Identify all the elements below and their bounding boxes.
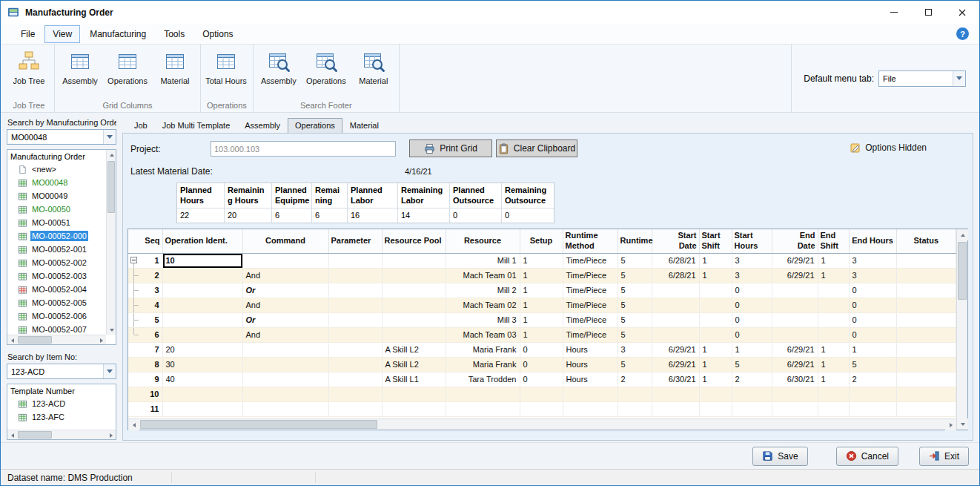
grid-cell-res[interactable]: Mach Team 03 <box>446 327 520 342</box>
grid-cell-sd[interactable]: 6/29/21 <box>652 342 699 357</box>
grid-cell-ed[interactable]: 6/29/21 <box>772 342 818 357</box>
grid-cell-eh[interactable] <box>849 387 896 401</box>
tree-item-mo-00052-005[interactable]: MO-00052-005 <box>7 296 106 309</box>
grid-cell-status[interactable] <box>896 401 956 416</box>
grid-cell-sh[interactable] <box>732 387 772 401</box>
grid-cell-rtm[interactable]: Time/Piece <box>563 327 618 342</box>
tree-item-123-acd[interactable]: 123-ACD <box>7 397 116 410</box>
close-button[interactable] <box>945 1 979 24</box>
grid-cell-sd[interactable] <box>652 401 699 416</box>
grid-cell-es[interactable] <box>818 387 849 401</box>
grid-cell-sh[interactable]: 3 <box>732 268 772 283</box>
grid-cell-ed[interactable] <box>772 312 818 327</box>
grid-cell-setup[interactable]: 0 <box>520 342 563 357</box>
grid-cell-rt[interactable] <box>618 401 652 416</box>
grid-cell-res[interactable]: Mill 3 <box>446 312 520 327</box>
grid-cell-ed[interactable]: 6/30/21 <box>772 372 818 387</box>
tree-item-mo-00052-000[interactable]: MO-00052-000 <box>7 229 106 243</box>
grid-cell-eh[interactable]: 0 <box>849 312 896 327</box>
grid-cell-res[interactable]: Mill 1 <box>446 253 520 268</box>
grid-cell-ed[interactable] <box>772 327 818 342</box>
grid-cell-sd[interactable]: 6/28/21 <box>652 253 699 268</box>
scroll-up-button[interactable] <box>957 229 968 240</box>
scroll-track[interactable] <box>139 419 945 430</box>
grid-cell-op[interactable]: 30 <box>162 357 242 372</box>
menu-item-tools[interactable]: Tools <box>156 25 193 43</box>
search-item-combobox[interactable]: 123-ACD <box>7 364 116 379</box>
cancel-button[interactable]: Cancel <box>836 447 898 466</box>
vertical-scroll-thumb[interactable] <box>958 242 967 300</box>
menu-item-view[interactable]: View <box>44 25 80 43</box>
grid-cell-pool[interactable] <box>382 298 446 312</box>
grid-cell-es[interactable]: 1 <box>818 342 849 357</box>
grid-cell-res[interactable] <box>446 387 520 401</box>
grid-cell-setup[interactable] <box>520 387 563 401</box>
grid-cell-rt[interactable] <box>618 387 652 401</box>
grid-cell-setup[interactable]: 0 <box>520 357 563 372</box>
grid-cell-res[interactable]: Mach Team 01 <box>446 268 520 283</box>
grid-cell-sd[interactable] <box>652 312 699 327</box>
grid-cell-rt[interactable]: 5 <box>618 253 652 268</box>
grid-header-end-shift[interactable]: End Shift <box>818 229 849 253</box>
scroll-down-button[interactable] <box>107 325 116 335</box>
grid-cell-param[interactable] <box>328 253 382 268</box>
grid-cell-op[interactable]: 10 <box>162 253 242 268</box>
scroll-down-button[interactable] <box>957 418 968 430</box>
grid-cell-rtm[interactable]: Time/Piece <box>563 312 618 327</box>
grid-cell-sh[interactable] <box>732 401 772 416</box>
grid-cell-param[interactable] <box>328 372 382 387</box>
exit-button[interactable]: Exit <box>919 447 969 466</box>
horizontal-scroll-thumb[interactable] <box>140 420 377 429</box>
grid-cell-sd[interactable]: 6/30/21 <box>652 372 699 387</box>
grid-cell-eh[interactable]: 0 <box>849 327 896 342</box>
grid-cell-setup[interactable]: 1 <box>520 312 563 327</box>
grid-cell-es[interactable]: 1 <box>818 253 849 268</box>
grid-cell-sh[interactable]: 2 <box>732 372 772 387</box>
tree-vertical-scrollbar[interactable] <box>106 150 116 335</box>
grid-cell-eh[interactable]: 0 <box>849 298 896 312</box>
grid-cell-cmd[interactable] <box>242 401 328 416</box>
grid-cell-status[interactable] <box>896 372 956 387</box>
project-input[interactable] <box>211 141 396 157</box>
tree-item-mo00049[interactable]: MO00049 <box>7 189 106 203</box>
grid-cell-rtm[interactable]: Time/Piece <box>563 283 618 298</box>
tab-job[interactable]: Job <box>127 118 155 133</box>
horizontal-scroll-thumb[interactable] <box>18 336 52 344</box>
grid-cell-rt[interactable]: 5 <box>618 268 652 283</box>
grid-cell-rtm[interactable]: Time/Piece <box>563 268 618 283</box>
grid-header-resource[interactable]: Resource <box>446 229 520 253</box>
grid-cell-seq[interactable]: 3 <box>140 283 162 298</box>
scroll-left-button[interactable] <box>7 430 17 440</box>
grid-cell-ed[interactable] <box>772 387 818 401</box>
ribbon-button-job-tree[interactable]: Job Tree <box>5 46 53 100</box>
scroll-right-button[interactable] <box>945 419 956 430</box>
grid-cell-sd[interactable] <box>652 283 699 298</box>
grid-cell-seq[interactable]: 11 <box>140 401 162 416</box>
grid-cell-pool[interactable] <box>382 283 446 298</box>
grid-cell-eh[interactable]: 3 <box>849 253 896 268</box>
tree-item-new[interactable]: <new> <box>7 162 106 176</box>
grid-cell-rtm[interactable]: Hours <box>563 372 618 387</box>
grid-cell-es[interactable]: 1 <box>818 372 849 387</box>
grid-cell-res[interactable] <box>446 401 520 416</box>
grid-cell-ss[interactable]: 1 <box>699 268 732 283</box>
grid-cell-rt[interactable]: 5 <box>618 312 652 327</box>
grid-cell-status[interactable] <box>896 357 956 372</box>
grid-cell-ed[interactable] <box>772 283 818 298</box>
grid-header-start-hours[interactable]: Start Hours <box>732 229 772 253</box>
grid-cell-ss[interactable] <box>699 387 732 401</box>
menu-item-file[interactable]: File <box>13 25 43 43</box>
tree-item-mo-00052-006[interactable]: MO-00052-006 <box>7 309 106 323</box>
grid-cell-sh[interactable]: 3 <box>732 253 772 268</box>
grid-header-command[interactable]: Command <box>242 229 328 253</box>
grid-cell-param[interactable] <box>328 283 382 298</box>
ribbon-button-total-hours[interactable]: Total Hours <box>202 46 250 100</box>
grid-cell-es[interactable]: 1 <box>818 357 849 372</box>
grid-cell-setup[interactable]: 1 <box>520 253 563 268</box>
grid-cell-param[interactable] <box>328 268 382 283</box>
tree-item-123-afc[interactable]: 123-AFC <box>7 410 116 424</box>
grid-cell-op[interactable] <box>162 327 242 342</box>
scroll-left-button[interactable] <box>128 419 139 430</box>
grid-cell-param[interactable] <box>328 342 382 357</box>
grid-cell-pool[interactable] <box>382 268 446 283</box>
